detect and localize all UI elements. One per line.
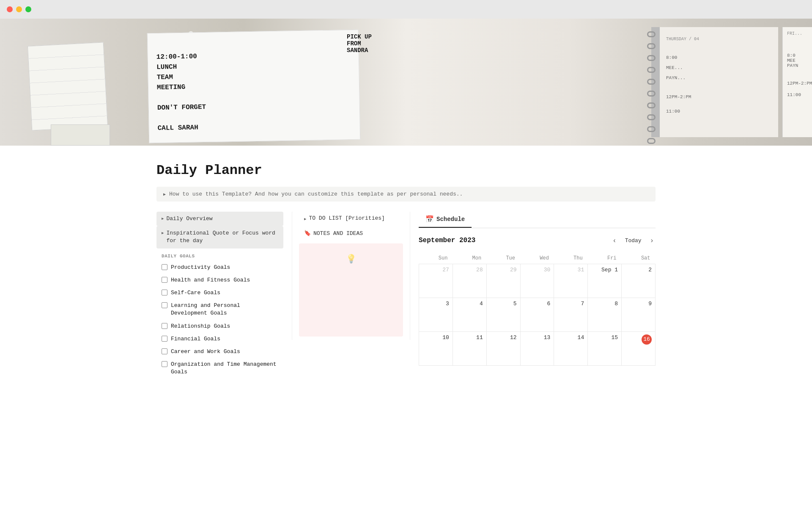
checkbox-financial[interactable]: [162, 336, 167, 342]
schedule-tab-label: Schedule: [436, 216, 465, 223]
cal-day-sep4[interactable]: 4: [453, 298, 486, 332]
goal-item-selfcare: Self-Care Goals: [156, 287, 283, 299]
calendar-week-3: 10 11 12 13 14 15 16: [419, 332, 656, 366]
hero-notebook-right: THURSDAY / 04 8:00MEE...PAYN... 12PM-2:P…: [651, 27, 778, 137]
goal-career-label: Career and Work Goals: [171, 348, 240, 356]
calendar-month: September 2023: [419, 237, 475, 244]
quote-label: Inspirational Quote or Focus word for th…: [166, 229, 278, 245]
calendar-today-button[interactable]: Today: [622, 236, 645, 246]
cal-day-aug29[interactable]: 29: [486, 264, 520, 298]
goal-item-relationship: Relationship Goals: [156, 320, 283, 333]
cal-header-sat: Sat: [622, 253, 656, 264]
cal-header-sun: Sun: [419, 253, 453, 264]
daily-overview-label: Daily Overview: [166, 215, 212, 223]
hint-text: How to use this Template? And how you ca…: [169, 191, 463, 197]
checkbox-health[interactable]: [162, 277, 167, 283]
goal-item-financial: Financial Goals: [156, 333, 283, 345]
calendar-tabs: 📅 Schedule: [419, 212, 656, 228]
cal-day-sep8[interactable]: 8: [588, 298, 622, 332]
todo-list-header[interactable]: ▶ TO DO LIST [Priorities]: [299, 212, 403, 225]
daily-goals-label: DAILY GOALS: [156, 248, 283, 261]
cal-day-sep9[interactable]: 9: [622, 298, 656, 332]
goal-health-label: Health and Fitness Goals: [171, 276, 250, 284]
close-button[interactable]: [7, 6, 13, 12]
calendar-week-2: 3 4 5 6 7 8 9: [419, 298, 656, 332]
goal-item-learning: Learning and Personal Development Goals: [156, 299, 283, 320]
cal-header-thu: Thu: [554, 253, 588, 264]
daily-overview-triangle-icon: ▶: [162, 216, 164, 222]
cal-day-sep6[interactable]: 6: [520, 298, 554, 332]
cal-header-wed: Wed: [520, 253, 554, 264]
minimize-button[interactable]: [16, 6, 22, 12]
checkbox-career[interactable]: [162, 348, 167, 354]
goal-item-career: Career and Work Goals: [156, 345, 283, 358]
hero-calendar-col: FRI... 8:0MEEPAYN 12PM-2:PM 11:00: [782, 27, 812, 137]
calendar-header-row: Sun Mon Tue Wed Thu Fri Sat: [419, 253, 656, 264]
page-content: Daily Planner ▶ How to use this Template…: [131, 146, 681, 395]
checkbox-learning[interactable]: [162, 302, 167, 308]
cal-header-fri: Fri: [588, 253, 622, 264]
page-title: Daily Planner: [156, 163, 656, 178]
hero-notepad: 12:00-1:00LUNCHTEAMMEETINGDON'T FORGETCA…: [147, 30, 360, 144]
goal-financial-label: Financial Goals: [171, 335, 220, 343]
calendar-tab-icon: 📅: [425, 215, 434, 224]
calendar-prev-button[interactable]: ‹: [611, 235, 618, 246]
cal-day-aug30[interactable]: 30: [520, 264, 554, 298]
maximize-button[interactable]: [25, 6, 31, 12]
cal-day-sep11[interactable]: 11: [453, 332, 486, 366]
calendar-column: 📅 Schedule September 2023 ‹ Today › Sun …: [410, 212, 656, 366]
quote-triangle-icon: ▶: [162, 231, 164, 236]
window-chrome: [0, 0, 812, 19]
hint-bar[interactable]: ▶ How to use this Template? And how you …: [156, 187, 656, 202]
cal-day-sep1[interactable]: Sep 1: [588, 264, 622, 298]
checkbox-selfcare[interactable]: [162, 290, 167, 295]
cal-day-sep7[interactable]: 7: [554, 298, 588, 332]
notes-area[interactable]: 💡: [299, 243, 403, 337]
hero-planner-image: [25, 36, 110, 146]
notes-bookmark-icon: 🔖: [304, 230, 311, 237]
goal-organization-label: Organization and Time Management Goals: [171, 361, 278, 376]
cal-day-sep3[interactable]: 3: [419, 298, 453, 332]
inspirational-quote-item[interactable]: ▶ Inspirational Quote or Focus word for …: [156, 226, 283, 248]
today-badge: 16: [642, 334, 652, 345]
checkbox-organization[interactable]: [162, 361, 167, 367]
cal-header-tue: Tue: [486, 253, 520, 264]
schedule-tab[interactable]: 📅 Schedule: [419, 212, 472, 228]
cal-day-sep2[interactable]: 2: [622, 264, 656, 298]
calendar-nav: September 2023 ‹ Today ›: [419, 235, 656, 246]
cal-day-sep15[interactable]: 15: [588, 332, 622, 366]
cal-day-sep10[interactable]: 10: [419, 332, 453, 366]
cal-day-sep12[interactable]: 12: [486, 332, 520, 366]
checkbox-productivity[interactable]: [162, 264, 167, 270]
goal-item-health: Health and Fitness Goals: [156, 274, 283, 287]
goal-item-organization: Organization and Time Management Goals: [156, 358, 283, 378]
main-grid: ▶ Daily Overview ▶ Inspirational Quote o…: [156, 212, 656, 378]
checkbox-relationship[interactable]: [162, 323, 167, 329]
daily-overview-item[interactable]: ▶ Daily Overview: [156, 212, 283, 226]
calendar-week-1: 27 28 29 30 31 Sep 1 2: [419, 264, 656, 298]
hero-time: PICK UPFROMSANDRA: [347, 33, 372, 54]
bulb-icon: 💡: [346, 254, 357, 264]
cal-header-mon: Mon: [453, 253, 486, 264]
left-column: ▶ Daily Overview ▶ Inspirational Quote o…: [156, 212, 292, 378]
cal-day-aug31[interactable]: 31: [554, 264, 588, 298]
goal-selfcare-label: Self-Care Goals: [171, 289, 220, 297]
goal-relationship-label: Relationship Goals: [171, 323, 230, 330]
todo-triangle-icon: ▶: [304, 217, 306, 221]
cal-day-sep13[interactable]: 13: [520, 332, 554, 366]
goal-productivity-label: Productivity Goals: [171, 264, 230, 271]
cal-day-aug28[interactable]: 28: [453, 264, 486, 298]
cal-day-aug27[interactable]: 27: [419, 264, 453, 298]
cal-day-sep16[interactable]: 16: [622, 332, 656, 366]
hint-triangle-icon: ▶: [163, 192, 166, 197]
goal-learning-label: Learning and Personal Development Goals: [171, 302, 278, 317]
calendar-next-button[interactable]: ›: [648, 235, 656, 246]
calendar-nav-controls: ‹ Today ›: [611, 235, 656, 246]
goal-item-productivity: Productivity Goals: [156, 261, 283, 274]
calendar-grid: Sun Mon Tue Wed Thu Fri Sat 27 28 29: [419, 253, 656, 366]
hero-banner: 12:00-1:00LUNCHTEAMMEETINGDON'T FORGETCA…: [0, 19, 812, 146]
cal-day-sep14[interactable]: 14: [554, 332, 588, 366]
middle-column: ▶ TO DO LIST [Priorities] 🔖 NOTES AND ID…: [292, 212, 410, 340]
cal-day-sep5[interactable]: 5: [486, 298, 520, 332]
todo-label: TO DO LIST [Priorities]: [309, 215, 384, 221]
